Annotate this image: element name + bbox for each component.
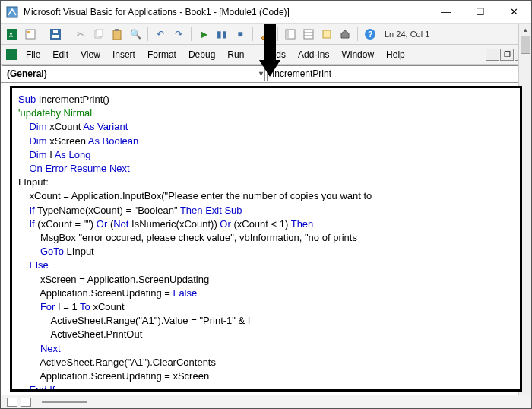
copy-icon[interactable] — [90, 26, 107, 43]
chevron-down-icon: ▾ — [259, 69, 263, 78]
mdi-minimize-button[interactable]: – — [486, 49, 499, 61]
break-icon[interactable]: ▮▮ — [214, 26, 230, 43]
close-button[interactable]: ✕ — [497, 1, 531, 23]
redo-icon[interactable]: ↷ — [170, 26, 187, 43]
undo-icon[interactable]: ↶ — [152, 26, 169, 43]
menu-file[interactable]: FFileile — [21, 47, 46, 62]
window-title: Microsoft Visual Basic for Applications … — [24, 7, 429, 17]
toolbox-icon[interactable] — [337, 26, 353, 43]
svg-rect-11 — [115, 29, 119, 31]
view-excel-icon[interactable]: x — [4, 26, 21, 43]
menu-tools[interactable]: ds — [271, 47, 291, 62]
save-icon[interactable] — [47, 26, 64, 43]
menu-help[interactable]: Help — [381, 47, 410, 62]
svg-rect-10 — [113, 30, 121, 40]
procedure-selector[interactable]: IncrementPrint▾ — [267, 65, 530, 81]
reset-icon[interactable]: ■ — [232, 26, 249, 43]
excel-mdi-icon[interactable] — [4, 49, 19, 60]
minimize-button[interactable]: ― — [429, 1, 463, 23]
menu-bar: FFileile Edit View Insert Format Debug R… — [1, 45, 531, 65]
menu-addins[interactable]: Add-Ins — [293, 47, 334, 62]
menu-debug[interactable]: Debug — [183, 47, 220, 62]
mdi-restore-button[interactable]: ❐ — [500, 49, 514, 61]
svg-rect-20 — [6, 49, 17, 60]
svg-rect-3 — [26, 30, 35, 39]
svg-rect-13 — [286, 30, 289, 39]
object-browser-icon[interactable] — [318, 26, 335, 43]
procedure-selector-value: IncrementPrint — [272, 68, 331, 79]
title-bar: Microsoft Visual Basic for Applications … — [1, 1, 531, 24]
menu-run[interactable]: Run — [222, 47, 249, 62]
svg-rect-14 — [304, 30, 313, 39]
menu-insert[interactable]: Insert — [107, 47, 141, 62]
paste-icon[interactable] — [109, 26, 125, 43]
procedure-view-button[interactable] — [7, 398, 17, 407]
scroll-thumb[interactable] — [521, 36, 530, 54]
code-selectors: (General)▾ IncrementPrint▾ — [1, 65, 531, 83]
menu-view[interactable]: View — [75, 47, 106, 62]
horizontal-scrollbar[interactable] — [42, 401, 87, 403]
cut-icon[interactable]: ✂ — [72, 26, 89, 43]
maximize-button[interactable]: ☐ — [463, 1, 497, 23]
scroll-up-icon[interactable]: ▴ — [520, 24, 531, 35]
full-module-view-button[interactable] — [21, 398, 31, 407]
svg-text:?: ? — [368, 30, 373, 39]
svg-text:x: x — [9, 30, 13, 39]
find-icon[interactable]: 🔍 — [127, 26, 144, 43]
object-selector-value: (General) — [7, 68, 47, 79]
svg-rect-9 — [97, 29, 103, 36]
project-explorer-icon[interactable] — [282, 26, 299, 43]
code-editor[interactable]: Sub IncrementPrint() 'updateby Nirmal Di… — [10, 86, 522, 392]
design-mode-icon[interactable] — [257, 26, 274, 43]
help-icon[interactable]: ? — [362, 26, 378, 43]
run-icon[interactable]: ▶ — [195, 26, 212, 43]
insert-module-icon[interactable] — [22, 26, 39, 43]
properties-icon[interactable] — [300, 26, 317, 43]
object-selector[interactable]: (General)▾ — [2, 65, 265, 81]
svg-rect-7 — [53, 30, 58, 33]
menu-format[interactable]: Format — [142, 47, 182, 62]
svg-rect-17 — [323, 30, 331, 38]
standard-toolbar: x ✂ 🔍 ↶ ↷ ▶ ▮▮ ■ ? Ln 24, Col 1 — [1, 24, 531, 45]
vba-app-icon — [5, 5, 19, 19]
view-mode-gutter — [1, 395, 531, 408]
svg-rect-6 — [52, 35, 59, 38]
menu-window[interactable]: Window — [336, 47, 379, 62]
cursor-location: Ln 24, Col 1 — [385, 30, 429, 39]
menu-edit[interactable]: Edit — [47, 47, 74, 62]
svg-rect-4 — [27, 31, 30, 33]
